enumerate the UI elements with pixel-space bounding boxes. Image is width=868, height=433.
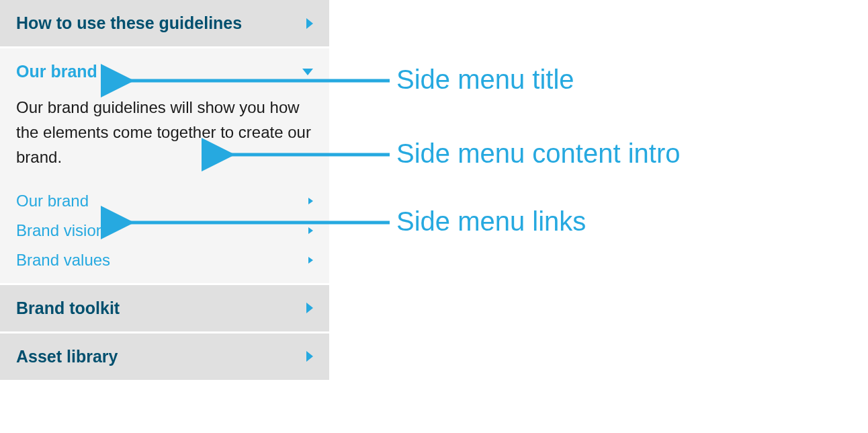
menu-header-label: How to use these guidelines [16,13,242,33]
menu-link-brand-values[interactable]: Brand values [16,245,313,275]
menu-header-label: Asset library [16,347,118,366]
annotation-title: Side menu title [396,65,574,95]
menu-link-our-brand[interactable]: Our brand [16,186,313,216]
menu-header-asset-library[interactable]: Asset library [0,333,329,382]
menu-header-label: Brand toolkit [16,299,120,318]
chevron-right-icon [308,198,313,204]
annotation-arrow-links [114,212,393,233]
chevron-right-icon [308,257,313,264]
menu-link-label: Our brand [16,192,89,210]
annotation-arrow-title [114,71,393,91]
annotation-intro: Side menu content intro [396,139,680,169]
menu-section-title: Our brand [16,62,97,81]
annotation-arrow-intro [215,145,393,165]
chevron-right-icon [306,303,313,313]
chevron-right-icon [306,351,313,362]
menu-link-label: Brand values [16,251,110,270]
annotation-links: Side menu links [396,206,586,237]
menu-header-guidelines[interactable]: How to use these guidelines [0,0,329,48]
chevron-right-icon [306,18,313,29]
sidebar: How to use these guidelines Our brand Ou… [0,0,329,382]
menu-link-label: Brand vision [16,221,105,240]
menu-header-brand-toolkit[interactable]: Brand toolkit [0,285,329,333]
